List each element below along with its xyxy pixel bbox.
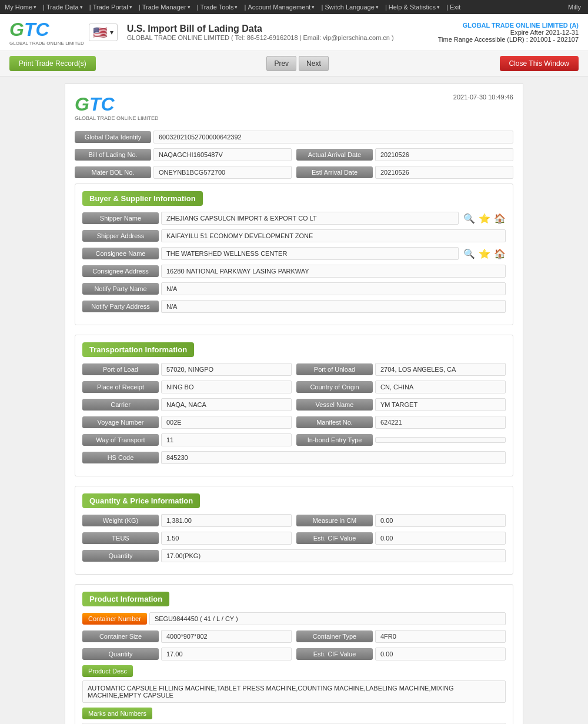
nav-buttons-top: Prev Next [266, 56, 328, 71]
flag-selector[interactable]: 🇺🇸 ▾ [89, 24, 118, 41]
record-logo: GTC GLOBAL TRADE ONLINE LIMITED [75, 94, 159, 121]
shipper-name-label: Shipper Name [82, 212, 159, 224]
hs-code-row: HS Code 845230 [82, 451, 506, 464]
consignee-name-value: THE WATERSHED WELLNESS CENTER [161, 247, 459, 260]
carrier-vessel-row: Carrier NAQA, NACA Vessel Name YM TARGET [82, 398, 506, 411]
manifest-no-label: Manifest No. [296, 416, 373, 428]
consignee-action-icons: 🔍 ⭐ 🏠 [463, 248, 506, 259]
notify-party-address-value: N/A [161, 300, 506, 313]
consignee-name-row: Consignee Name THE WATERSHED WELLNESS CE… [82, 247, 506, 260]
nav-exit[interactable]: Exit [450, 4, 460, 11]
page-header: GTC GLOBAL TRADE ONLINE LIMITED 🇺🇸 ▾ U.S… [0, 14, 588, 51]
carrier-value: NAQA, NACA [161, 398, 292, 411]
transportation-section: Transportation Information Port of Load … [75, 335, 513, 476]
shipper-action-icons: 🔍 ⭐ 🏠 [463, 213, 506, 224]
nav-trade-manager[interactable]: Trade Manager ▾ [142, 4, 193, 11]
teus-cif-row: TEUS 1.50 Esti. CIF Value 0.00 [82, 532, 506, 545]
nav-trade-portal[interactable]: Trade Portal ▾ [93, 4, 135, 11]
nav-my-home[interactable]: My Home ▾ [5, 4, 39, 11]
port-of-unload-value: 2704, LOS ANGELES, CA [375, 363, 506, 376]
close-button-top[interactable]: Close This Window [500, 56, 579, 71]
product-desc-value: AUTOMATIC CAPSULE FILLING MACHINE,TABLET… [82, 680, 506, 703]
shipper-address-label: Shipper Address [82, 230, 159, 242]
logo-subtitle: GLOBAL TRADE ONLINE LIMITED [9, 41, 84, 46]
nav-switch-language[interactable]: Switch Language ▾ [325, 4, 380, 11]
page-title: U.S. Import Bill of Lading Data [127, 24, 438, 34]
shipper-address-value: KAIFAYILU 51 ECONOMY DEVELOPMENT ZONE [161, 229, 506, 242]
record-logo-sub: GLOBAL TRADE ONLINE LIMITED [75, 115, 159, 121]
product-quantity-value: 17.00 [161, 648, 292, 660]
port-of-unload-label: Port of Unload [296, 363, 373, 375]
vessel-name-value: YM TARGET [375, 398, 506, 411]
expire-date: Expire After 2021-12-31 [438, 29, 579, 36]
weight-kg-label: Weight (KG) [82, 515, 159, 526]
nav-account-management[interactable]: Account Management ▾ [248, 4, 317, 11]
consignee-name-label: Consignee Name [82, 248, 159, 259]
next-button-top[interactable]: Next [299, 56, 329, 71]
consignee-star-icon[interactable]: ⭐ [479, 248, 490, 259]
bol-label: Bill of Lading No. [75, 149, 151, 161]
container-number-value: SEGU9844450 ( 41 / L / CY ) [149, 612, 506, 625]
product-info-section: Product Information Container Number SEG… [75, 584, 513, 724]
mater-bol-value: ONEYNB1BCG572700 [153, 166, 292, 179]
product-desc-badge: Product Desc [82, 665, 133, 677]
notify-party-address-row: Notify Party Address N/A [82, 300, 506, 313]
consignee-address-row: Consignee Address 16280 NATIONAL PARKWAY… [82, 265, 506, 278]
consignee-search-icon[interactable]: 🔍 [463, 248, 475, 259]
nav-trade-data[interactable]: Trade Data ▾ [46, 4, 85, 11]
place-of-receipt-value: NING BO [161, 381, 292, 393]
shipper-name-value: ZHEJIANG CAPSULCN IMPORT & EXPORT CO LT [161, 212, 459, 225]
actual-arrival-label: Actual Arrival Date [296, 149, 373, 161]
global-data-identity-value: 60032021052700000642392 [153, 131, 513, 144]
container-size-value: 4000*907*802 [161, 630, 292, 643]
estl-arrival-col: Estl Arrival Date 20210526 [296, 166, 513, 179]
action-bar-top: Print Trade Record(s) Prev Next Close Th… [0, 51, 588, 76]
nav-help-statistics[interactable]: Help & Statistics ▾ [389, 4, 442, 11]
container-number-badge: Container Number [82, 613, 147, 625]
mater-bol-label: Mater BOL No. [75, 166, 151, 178]
transportation-header: Transportation Information [82, 342, 194, 357]
container-size-type-row: Container Size 4000*907*802 Container Ty… [82, 630, 506, 643]
product-desc-section: Product Desc AUTOMATIC CAPSULE FILLING M… [82, 665, 506, 703]
notify-party-name-row: Notify Party Name N/A [82, 282, 506, 295]
flag-icon: 🇺🇸 [93, 25, 108, 39]
receipt-origin-row: Place of Receipt NING BO Country of Orig… [82, 381, 506, 393]
global-data-identity-label: Global Data Identity [75, 131, 151, 143]
hs-code-label: HS Code [82, 452, 159, 463]
date-range: Time Range Accessible (LDR) : 201001 - 2… [438, 36, 579, 43]
quantity-value: 17.00(PKG) [161, 549, 506, 562]
product-esti-cif-label: Esti. CIF Value [296, 648, 373, 660]
notify-party-name-label: Notify Party Name [82, 283, 159, 295]
record-timestamp: 2021-07-30 10:49:46 [453, 94, 513, 101]
buyer-supplier-section: Buyer & Supplier Information Shipper Nam… [75, 183, 513, 325]
bol-arrival-row: Bill of Lading No. NAQAGCHI1605487V Actu… [75, 148, 513, 161]
top-nav: My Home ▾ | Trade Data ▾ | Trade Portal … [0, 0, 588, 14]
port-of-load-value: 57020, NINGPO [161, 363, 292, 376]
quantity-label: Quantity [82, 550, 159, 562]
account-area: GLOBAL TRADE ONLINE LIMITED (A) Expire A… [438, 22, 579, 43]
print-button-top[interactable]: Print Trade Record(s) [9, 56, 96, 71]
shipper-search-icon[interactable]: 🔍 [463, 213, 475, 224]
measure-in-cm-label: Measure in CM [296, 515, 373, 526]
consignee-address-label: Consignee Address [82, 265, 159, 277]
consignee-address-value: 16280 NATIONAL PARKWAY LASING PARKWAY [161, 265, 506, 278]
shipper-home-icon[interactable]: 🏠 [494, 213, 506, 224]
nav-trade-tools[interactable]: Trade Tools ▾ [201, 4, 240, 11]
mater-bol-col: Mater BOL No. ONEYNB1BCG572700 [75, 166, 292, 179]
manifest-no-value: 624221 [375, 416, 506, 429]
measure-in-cm-value: 0.00 [375, 514, 506, 527]
consignee-home-icon[interactable]: 🏠 [494, 248, 506, 259]
page-subtitle: GLOBAL TRADE ONLINE LIMITED ( Tel: 86-51… [127, 34, 438, 41]
shipper-star-icon[interactable]: ⭐ [479, 213, 490, 224]
prev-button-top[interactable]: Prev [266, 56, 296, 71]
country-of-origin-label: Country of Origin [296, 381, 373, 393]
esti-cif-label: Esti. CIF Value [296, 532, 373, 544]
record-logo-text: GTC [75, 94, 115, 115]
title-area: U.S. Import Bill of Lading Data GLOBAL T… [118, 24, 438, 41]
flag-arrow: ▾ [110, 28, 113, 36]
site-logo: GTC [9, 19, 84, 41]
bol-col: Bill of Lading No. NAQAGCHI1605487V [75, 148, 292, 161]
voyage-manifest-row: Voyage Number 002E Manifest No. 624221 [82, 416, 506, 429]
notify-party-name-value: N/A [161, 282, 506, 295]
quantity-price-header: Quantity & Price Information [82, 493, 200, 508]
